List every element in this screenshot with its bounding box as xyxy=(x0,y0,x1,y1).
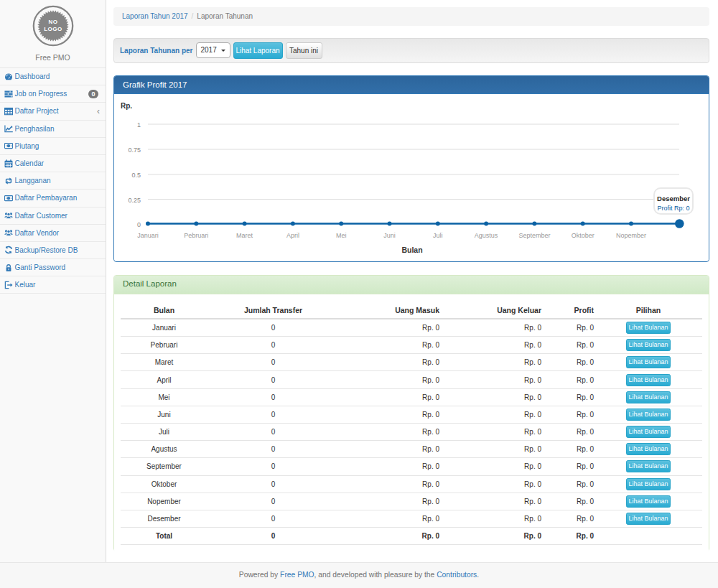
svg-text:Pebruari: Pebruari xyxy=(184,232,208,239)
svg-text:0.75: 0.75 xyxy=(128,146,141,154)
svg-text:1: 1 xyxy=(137,121,141,129)
svg-text:0: 0 xyxy=(137,221,141,228)
svg-text:Nopember: Nopember xyxy=(616,232,646,239)
svg-text:0.5: 0.5 xyxy=(131,172,141,179)
svg-text:NO: NO xyxy=(48,19,57,25)
svg-text:Juni: Juni xyxy=(383,232,396,239)
svg-text:Mei: Mei xyxy=(336,232,347,239)
svg-text:Juli: Juli xyxy=(433,232,443,239)
svg-text:LOGO: LOGO xyxy=(44,26,62,32)
svg-text:0.25: 0.25 xyxy=(128,197,141,204)
svg-text:Maret: Maret xyxy=(236,232,253,239)
svg-text:September: September xyxy=(518,232,550,239)
svg-text:April: April xyxy=(286,232,299,239)
svg-text:Bulan: Bulan xyxy=(401,246,422,254)
svg-text:Januari: Januari xyxy=(137,232,159,239)
svg-text:Rp.: Rp. xyxy=(121,102,132,110)
svg-text:Agustus: Agustus xyxy=(475,232,498,239)
svg-text:Oktober: Oktober xyxy=(572,232,595,239)
